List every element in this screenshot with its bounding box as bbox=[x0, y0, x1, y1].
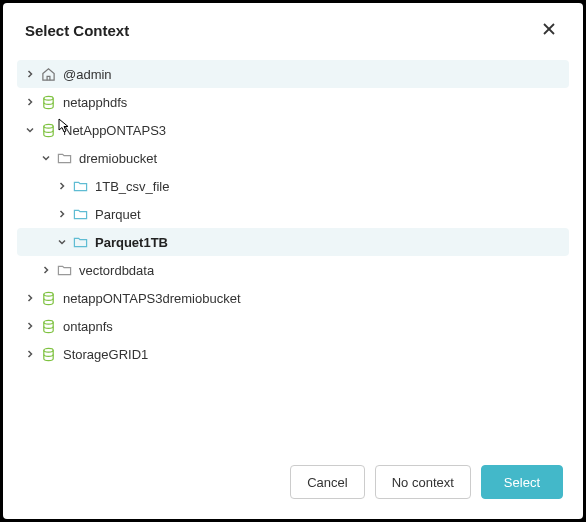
tree-row[interactable]: Parquet1TB bbox=[17, 228, 569, 256]
tree-row-label: 1TB_csv_file bbox=[95, 179, 169, 194]
tree-row[interactable]: vectordbdata bbox=[17, 256, 569, 284]
chevron-down-icon[interactable] bbox=[39, 151, 53, 165]
tree-row[interactable]: StorageGRID1 bbox=[17, 340, 569, 368]
database-icon bbox=[39, 345, 57, 363]
database-icon bbox=[39, 317, 57, 335]
tree-row[interactable]: ontapnfs bbox=[17, 312, 569, 340]
select-button[interactable]: Select bbox=[481, 465, 563, 499]
svg-point-6 bbox=[43, 348, 52, 352]
close-icon bbox=[541, 21, 557, 40]
chevron-right-icon[interactable] bbox=[55, 207, 69, 221]
svg-point-5 bbox=[43, 320, 52, 324]
folder-blue-icon bbox=[71, 233, 89, 251]
tree-row[interactable]: @admin bbox=[17, 60, 569, 88]
tree-row[interactable]: 1TB_csv_file bbox=[17, 172, 569, 200]
chevron-right-icon[interactable] bbox=[55, 179, 69, 193]
svg-point-4 bbox=[43, 292, 52, 296]
tree-row-label: netappONTAPS3dremiobucket bbox=[63, 291, 241, 306]
tree-row[interactable]: netapphdfs bbox=[17, 88, 569, 116]
tree-row[interactable]: Parquet bbox=[17, 200, 569, 228]
tree-row-label: dremiobucket bbox=[79, 151, 157, 166]
tree-row[interactable]: netappONTAPS3dremiobucket bbox=[17, 284, 569, 312]
tree-row[interactable]: NetAppONTAPS3 bbox=[17, 116, 569, 144]
dialog-title: Select Context bbox=[25, 22, 129, 39]
folder-blue-icon bbox=[71, 205, 89, 223]
database-icon bbox=[39, 93, 57, 111]
cancel-button[interactable]: Cancel bbox=[290, 465, 364, 499]
svg-point-3 bbox=[43, 124, 52, 128]
tree-row-label: NetAppONTAPS3 bbox=[63, 123, 166, 138]
chevron-right-icon[interactable] bbox=[39, 263, 53, 277]
select-context-dialog: Select Context @adminnetapphdfsNetAppONT… bbox=[3, 3, 583, 519]
tree-row-label: vectordbdata bbox=[79, 263, 154, 278]
chevron-right-icon[interactable] bbox=[23, 319, 37, 333]
folder-icon bbox=[55, 149, 73, 167]
tree-row-label: StorageGRID1 bbox=[63, 347, 148, 362]
chevron-down-icon[interactable] bbox=[23, 123, 37, 137]
chevron-right-icon[interactable] bbox=[23, 67, 37, 81]
tree-row-label: Parquet bbox=[95, 207, 141, 222]
chevron-down-icon[interactable] bbox=[55, 235, 69, 249]
folder-icon bbox=[55, 261, 73, 279]
home-icon bbox=[39, 65, 57, 83]
chevron-right-icon[interactable] bbox=[23, 95, 37, 109]
chevron-right-icon[interactable] bbox=[23, 347, 37, 361]
no-context-button[interactable]: No context bbox=[375, 465, 471, 499]
svg-point-2 bbox=[43, 96, 52, 100]
tree-row-label: ontapnfs bbox=[63, 319, 113, 334]
tree-row[interactable]: dremiobucket bbox=[17, 144, 569, 172]
tree-row-label: Parquet1TB bbox=[95, 235, 168, 250]
database-icon bbox=[39, 289, 57, 307]
dialog-footer: Cancel No context Select bbox=[3, 449, 583, 519]
tree-container[interactable]: @adminnetapphdfsNetAppONTAPS3dremiobucke… bbox=[3, 56, 583, 449]
tree-row-label: netapphdfs bbox=[63, 95, 127, 110]
folder-blue-icon bbox=[71, 177, 89, 195]
tree-row-label: @admin bbox=[63, 67, 112, 82]
dialog-header: Select Context bbox=[3, 3, 583, 56]
database-icon bbox=[39, 121, 57, 139]
chevron-right-icon[interactable] bbox=[23, 291, 37, 305]
close-button[interactable] bbox=[537, 17, 561, 44]
